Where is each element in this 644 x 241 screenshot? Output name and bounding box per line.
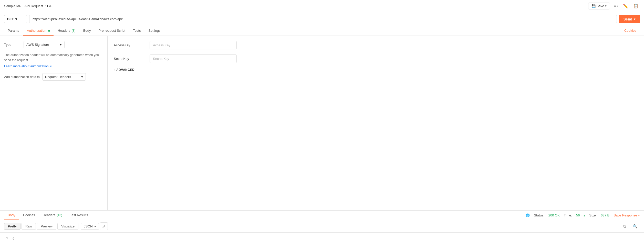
response-tabs-bar: Body Cookies Headers (13) Test Results 🌐…: [0, 211, 644, 220]
save-chevron-icon: ▾: [605, 4, 607, 8]
copy-button[interactable]: 📋: [632, 3, 640, 9]
save-button[interactable]: 💾 Save ▾: [588, 3, 610, 9]
tab-authorization[interactable]: Authorization: [23, 26, 54, 36]
top-bar: Sample MRE API Request / GET 💾 Save ▾ ••…: [0, 0, 644, 12]
authorization-active-dot: [48, 30, 50, 32]
method-value: GET: [7, 17, 14, 21]
globe-icon: 🌐: [526, 213, 530, 217]
save-response-chevron-icon: ▾: [638, 213, 640, 217]
secret-key-input[interactable]: [150, 54, 237, 63]
add-auth-select[interactable]: Request Headers ▾: [42, 73, 86, 81]
copy-code-button[interactable]: ⧉: [621, 223, 628, 230]
tab-params[interactable]: Params: [4, 26, 23, 36]
learn-more-link[interactable]: Learn more about authorization: [4, 64, 52, 68]
save-label: Save: [597, 4, 604, 8]
tab-body[interactable]: Body: [80, 26, 95, 36]
copy-icon: 📋: [633, 4, 638, 8]
resp-tab-cookies[interactable]: Cookies: [19, 211, 39, 220]
response-status-bar: 🌐 Status: 200 OK Time: 56 ms Size: 637 B…: [526, 213, 640, 217]
advanced-chevron-icon: ›: [114, 68, 115, 72]
view-format-bar: Pretty Raw Preview Visualize JSON ▾ ⇄ ⧉ …: [0, 220, 644, 233]
edit-icon: ✏️: [623, 4, 628, 8]
view-preview-button[interactable]: Preview: [37, 223, 56, 230]
tab-cookies[interactable]: Cookies: [621, 26, 640, 36]
add-auth-label: Add authorization data to: [4, 75, 40, 79]
type-select[interactable]: AWS Signature ▾: [24, 41, 65, 48]
code-line-1: 1 {: [4, 236, 640, 241]
view-visualize-button[interactable]: Visualize: [57, 223, 78, 230]
send-chevron-icon: ▾: [634, 17, 635, 21]
breadcrumb-method: GET: [47, 4, 54, 8]
more-options-button[interactable]: •••: [612, 3, 619, 9]
type-value: AWS Signature: [26, 43, 49, 47]
search-icon: 🔍: [633, 224, 638, 228]
format-type-select[interactable]: JSON ▾: [81, 223, 99, 230]
secret-key-row: SecretKey: [114, 54, 638, 63]
breadcrumb-separator: /: [45, 4, 46, 8]
save-response-button[interactable]: Save Response ▾: [614, 213, 640, 217]
resp-tab-test-results[interactable]: Test Results: [66, 211, 92, 220]
resp-tab-body[interactable]: Body: [4, 211, 19, 220]
access-key-label: AccessKey: [114, 43, 144, 47]
view-raw-button[interactable]: Raw: [22, 223, 36, 230]
search-code-button[interactable]: 🔍: [630, 223, 640, 230]
add-auth-row: Add authorization data to Request Header…: [4, 73, 103, 81]
wrap-button[interactable]: ⇄: [100, 222, 108, 230]
tab-settings[interactable]: Settings: [145, 26, 164, 36]
send-label: Send: [624, 17, 632, 21]
main-content: Type AWS Signature ▾ The authorization h…: [0, 36, 644, 210]
type-label: Type: [4, 43, 19, 47]
access-key-input[interactable]: [150, 41, 237, 49]
format-type-value: JSON: [84, 224, 93, 228]
edit-button[interactable]: ✏️: [621, 3, 630, 9]
access-key-row: AccessKey: [114, 41, 638, 49]
line-num-1: 1: [4, 236, 8, 241]
view-pretty-button[interactable]: Pretty: [4, 223, 20, 230]
tab-tests[interactable]: Tests: [129, 26, 144, 36]
tab-headers[interactable]: Headers (8): [54, 26, 79, 36]
copy-code-icon: ⧉: [623, 224, 626, 228]
add-auth-chevron-icon: ▾: [81, 75, 83, 79]
more-icon: •••: [614, 4, 618, 8]
status-value: 200 OK: [548, 213, 560, 217]
url-bar: GET ▾ Send ▾: [0, 12, 644, 26]
send-button[interactable]: Send ▾: [619, 15, 640, 23]
time-label: Time:: [564, 213, 572, 217]
breadcrumb-name: Sample MRE API Request: [4, 4, 43, 8]
format-chevron-icon: ▾: [94, 224, 96, 228]
add-auth-value: Request Headers: [45, 75, 71, 79]
type-chevron-icon: ▾: [60, 43, 62, 47]
code-open-brace: {: [12, 236, 14, 241]
status-label: Status:: [534, 213, 544, 217]
method-chevron-icon: ▾: [15, 17, 17, 21]
auth-left-panel: Type AWS Signature ▾ The authorization h…: [0, 36, 108, 210]
tab-pre-request-script[interactable]: Pre-request Script: [95, 26, 129, 36]
top-bar-actions: 💾 Save ▾ ••• ✏️ 📋: [588, 3, 640, 9]
time-value: 56 ms: [576, 213, 585, 217]
view-format-actions: ⧉ 🔍: [621, 223, 640, 230]
bottom-section: Body Cookies Headers (13) Test Results 🌐…: [0, 210, 644, 241]
size-value: 637 B: [601, 213, 609, 217]
save-icon: 💾: [591, 4, 596, 8]
auth-description: The authorization header will be automat…: [4, 52, 103, 63]
request-tabs-bar: Params Authorization Headers (8) Body Pr…: [0, 26, 644, 36]
code-area: 1 { 2 "hello" : "world" 3 }: [0, 233, 644, 241]
wrap-icon: ⇄: [102, 224, 106, 228]
url-input[interactable]: [29, 15, 617, 23]
type-row: Type AWS Signature ▾: [4, 41, 103, 48]
method-select[interactable]: GET ▾: [4, 15, 27, 23]
size-label: Size:: [589, 213, 597, 217]
advanced-toggle[interactable]: › ADVANCED: [114, 68, 638, 72]
advanced-label: ADVANCED: [116, 68, 134, 72]
breadcrumb: Sample MRE API Request / GET: [4, 4, 54, 8]
resp-tab-headers[interactable]: Headers (13): [39, 211, 66, 220]
auth-right-panel: AccessKey SecretKey › ADVANCED: [108, 36, 644, 210]
secret-key-label: SecretKey: [114, 57, 144, 61]
